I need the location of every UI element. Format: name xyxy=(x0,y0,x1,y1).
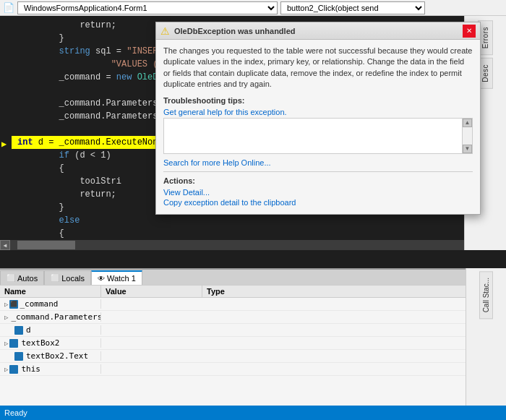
horizontal-scrollbar[interactable]: ◀ ▶ xyxy=(0,240,506,250)
row-name: ▷ this xyxy=(0,364,101,374)
current-line-arrow: ▶ xyxy=(1,139,7,150)
code-line: { xyxy=(12,227,496,240)
exception-dialog: ⚠ OleDbException was unhandled ✕ The cha… xyxy=(155,22,481,215)
h-scroll-track[interactable] xyxy=(10,240,496,250)
class-dropdown[interactable]: WindowsFormsApplication4.Form1 xyxy=(17,1,278,14)
dialog-title: OleDbException was unhandled xyxy=(174,27,463,35)
warning-icon: ⚠ xyxy=(160,25,170,37)
tip-scroll-track[interactable] xyxy=(463,127,472,145)
autos-row[interactable]: ▷ textBox2 xyxy=(0,337,506,350)
bottom-panel: ⬜ Autos ⬜ Locals 👁 Watch 1 Name Value Ty… xyxy=(0,268,506,420)
scroll-left-btn[interactable]: ◀ xyxy=(0,240,10,250)
copy-exception-link[interactable]: Copy exception detail to the clipboard xyxy=(163,198,473,207)
status-bar: Ready xyxy=(0,406,506,420)
dialog-message: The changes you requested to the table w… xyxy=(163,46,473,90)
dialog-close-button[interactable]: ✕ xyxy=(463,25,476,38)
autos-row[interactable]: textBox2.Text xyxy=(0,350,506,363)
autos-row[interactable]: ▷ _command.Parameters xyxy=(0,311,506,324)
tab-autos[interactable]: ⬜ Autos xyxy=(0,270,44,285)
actions-title: Actions: xyxy=(163,176,473,185)
autos-tab-icon: ⬜ xyxy=(7,274,15,282)
col-header-value: Value xyxy=(101,286,202,297)
tip-scroll-down[interactable]: ▼ xyxy=(463,145,472,153)
dialog-separator xyxy=(163,171,473,172)
h-scroll-thumb[interactable] xyxy=(17,241,75,249)
tab-watch1[interactable]: 👁 Watch 1 xyxy=(91,270,142,285)
var-icon xyxy=(14,326,23,335)
tips-textbox: ▲ ▼ xyxy=(163,118,473,154)
var-icon xyxy=(9,339,18,348)
dialog-titlebar: ⚠ OleDbException was unhandled ✕ xyxy=(156,22,480,40)
watch1-tab-icon: 👁 xyxy=(98,275,105,283)
call-stack-tab[interactable]: Call Stac... xyxy=(479,271,493,319)
tips-scrollbar[interactable]: ▲ ▼ xyxy=(462,119,472,153)
autos-row[interactable]: ▷ this xyxy=(0,363,506,376)
autos-table-header: Name Value Type xyxy=(0,286,506,298)
expand-icon[interactable]: ▷ xyxy=(4,301,8,308)
file-icon: 📄 xyxy=(3,2,14,13)
expand-icon[interactable]: ▷ xyxy=(4,340,8,347)
dialog-body: The changes you requested to the table w… xyxy=(156,40,480,214)
locals-tab-label: Locals xyxy=(61,274,85,283)
troubleshooting-title: Troubleshooting tips: xyxy=(163,96,473,105)
row-name: ▷ textBox2 xyxy=(0,338,101,348)
watch1-tab-label: Watch 1 xyxy=(107,274,136,283)
row-name: ▷ _command.Parameters xyxy=(0,312,101,322)
expand-icon[interactable]: ▷ xyxy=(4,314,8,321)
tab-locals[interactable]: ⬜ Locals xyxy=(44,270,91,285)
row-name: ▷ ⬛ _command xyxy=(0,299,101,309)
code-line: else xyxy=(12,214,496,227)
col-header-name: Name xyxy=(0,286,101,297)
var-icon xyxy=(9,365,18,374)
autos-table-body: ▷ ⬛ _command ▷ _command.Parameters d xyxy=(0,298,506,407)
line-indicator: ▶ xyxy=(0,16,12,240)
row-name: d xyxy=(0,325,101,335)
status-text: Ready xyxy=(4,408,27,417)
bottom-tabs-bar: ⬜ Autos ⬜ Locals 👁 Watch 1 xyxy=(0,270,506,286)
autos-tab-label: Autos xyxy=(17,274,38,283)
top-toolbar: 📄 WindowsFormsApplication4.Form1 button2… xyxy=(0,0,506,16)
row-name: textBox2.Text xyxy=(0,351,101,361)
autos-row[interactable]: d xyxy=(0,324,506,337)
var-icon xyxy=(14,352,23,361)
search-online-link[interactable]: Search for more Help Online... xyxy=(163,158,473,167)
col-header-type: Type xyxy=(202,286,506,297)
general-help-link[interactable]: Get general help for this exception. xyxy=(163,108,473,116)
tip-scroll-up[interactable]: ▲ xyxy=(463,119,472,127)
bottom-right-panel: Call Stac... xyxy=(466,268,506,406)
var-icon: ⬛ xyxy=(9,300,18,309)
locals-tab-icon: ⬜ xyxy=(51,274,59,282)
method-dropdown[interactable]: button2_Click(object send xyxy=(280,1,425,14)
expand-icon[interactable]: ▷ xyxy=(4,366,8,373)
view-detail-link[interactable]: View Detail... xyxy=(163,188,473,197)
autos-row[interactable]: ▷ ⬛ _command xyxy=(0,298,506,311)
